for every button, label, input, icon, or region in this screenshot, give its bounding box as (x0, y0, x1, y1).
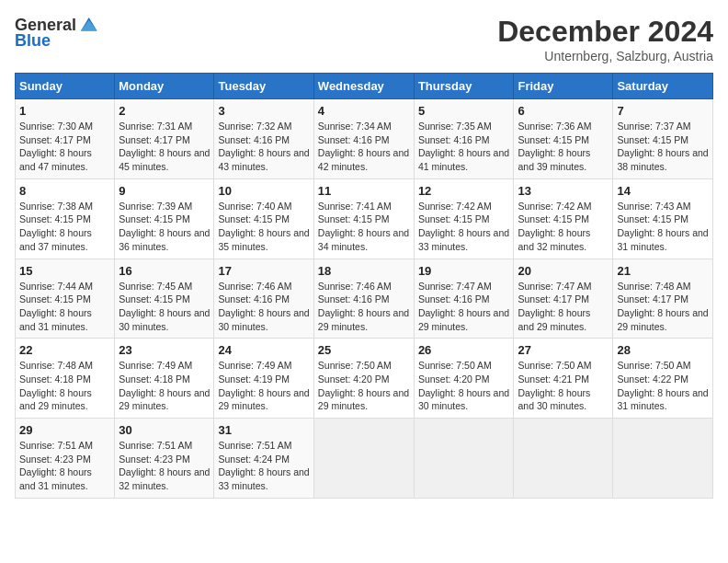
calendar-cell: 6Sunrise: 7:36 AMSunset: 4:15 PMDaylight… (514, 99, 613, 179)
day-info: Sunrise: 7:46 AMSunset: 4:16 PMDaylight:… (318, 280, 410, 334)
calendar-day-header: Sunday (16, 74, 115, 99)
calendar-week-row: 15Sunrise: 7:44 AMSunset: 4:15 PMDayligh… (16, 259, 713, 339)
day-info: Sunrise: 7:43 AMSunset: 4:15 PMDaylight:… (617, 200, 709, 254)
day-info: Sunrise: 7:30 AMSunset: 4:17 PMDaylight:… (19, 120, 110, 174)
calendar-cell: 3Sunrise: 7:32 AMSunset: 4:16 PMDaylight… (214, 99, 313, 179)
calendar-cell: 21Sunrise: 7:48 AMSunset: 4:17 PMDayligh… (613, 259, 713, 339)
calendar-cell: 24Sunrise: 7:49 AMSunset: 4:19 PMDayligh… (214, 339, 313, 419)
day-info: Sunrise: 7:50 AMSunset: 4:21 PMDaylight:… (518, 359, 609, 413)
day-info: Sunrise: 7:40 AMSunset: 4:15 PMDaylight:… (218, 200, 309, 254)
day-number: 19 (418, 264, 510, 278)
calendar-cell: 8Sunrise: 7:38 AMSunset: 4:15 PMDaylight… (16, 178, 115, 259)
day-info: Sunrise: 7:49 AMSunset: 4:19 PMDaylight:… (218, 359, 309, 413)
day-info: Sunrise: 7:42 AMSunset: 4:15 PMDaylight:… (418, 200, 510, 254)
calendar-cell: 10Sunrise: 7:40 AMSunset: 4:15 PMDayligh… (214, 178, 313, 259)
day-number: 13 (518, 184, 609, 198)
day-number: 23 (119, 343, 210, 357)
day-number: 5 (418, 104, 510, 118)
calendar-cell (313, 419, 414, 499)
calendar-cell: 9Sunrise: 7:39 AMSunset: 4:15 PMDaylight… (115, 178, 214, 259)
calendar-cell (613, 419, 713, 499)
day-info: Sunrise: 7:48 AMSunset: 4:17 PMDaylight:… (617, 280, 709, 334)
day-number: 22 (19, 343, 110, 357)
day-info: Sunrise: 7:51 AMSunset: 4:23 PMDaylight:… (19, 439, 110, 493)
day-info: Sunrise: 7:38 AMSunset: 4:15 PMDaylight:… (19, 200, 110, 254)
calendar-cell: 7Sunrise: 7:37 AMSunset: 4:15 PMDaylight… (613, 99, 713, 179)
page-header: General Blue December 2024 Unternberg, S… (15, 15, 713, 63)
calendar-cell: 26Sunrise: 7:50 AMSunset: 4:20 PMDayligh… (414, 339, 514, 419)
day-info: Sunrise: 7:31 AMSunset: 4:17 PMDaylight:… (119, 120, 210, 174)
calendar-cell: 16Sunrise: 7:45 AMSunset: 4:15 PMDayligh… (115, 259, 214, 339)
day-number: 26 (418, 343, 510, 357)
calendar-cell: 12Sunrise: 7:42 AMSunset: 4:15 PMDayligh… (414, 178, 514, 259)
day-number: 24 (218, 343, 309, 357)
calendar-day-header: Friday (514, 74, 613, 99)
calendar-cell: 31Sunrise: 7:51 AMSunset: 4:24 PMDayligh… (214, 419, 313, 499)
day-number: 20 (518, 264, 609, 278)
calendar-cell: 13Sunrise: 7:42 AMSunset: 4:15 PMDayligh… (514, 178, 613, 259)
logo-icon (78, 15, 98, 35)
calendar-cell: 4Sunrise: 7:34 AMSunset: 4:16 PMDaylight… (313, 99, 414, 179)
day-info: Sunrise: 7:47 AMSunset: 4:16 PMDaylight:… (418, 280, 510, 334)
day-info: Sunrise: 7:36 AMSunset: 4:15 PMDaylight:… (518, 120, 609, 174)
day-info: Sunrise: 7:46 AMSunset: 4:16 PMDaylight:… (218, 280, 309, 334)
calendar-cell (414, 419, 514, 499)
calendar-cell: 27Sunrise: 7:50 AMSunset: 4:21 PMDayligh… (514, 339, 613, 419)
calendar-cell: 19Sunrise: 7:47 AMSunset: 4:16 PMDayligh… (414, 259, 514, 339)
day-number: 18 (318, 264, 410, 278)
month-title: December 2024 (497, 15, 713, 49)
calendar-cell: 18Sunrise: 7:46 AMSunset: 4:16 PMDayligh… (313, 259, 414, 339)
calendar-cell (514, 419, 613, 499)
logo: General Blue (15, 15, 98, 51)
day-number: 27 (518, 343, 609, 357)
day-info: Sunrise: 7:51 AMSunset: 4:23 PMDaylight:… (119, 439, 210, 493)
calendar-cell: 28Sunrise: 7:50 AMSunset: 4:22 PMDayligh… (613, 339, 713, 419)
day-number: 1 (19, 104, 110, 118)
day-info: Sunrise: 7:49 AMSunset: 4:18 PMDaylight:… (119, 359, 210, 413)
calendar-cell: 11Sunrise: 7:41 AMSunset: 4:15 PMDayligh… (313, 178, 414, 259)
day-info: Sunrise: 7:32 AMSunset: 4:16 PMDaylight:… (218, 120, 309, 174)
calendar-day-header: Monday (115, 74, 214, 99)
day-number: 14 (617, 184, 709, 198)
day-info: Sunrise: 7:50 AMSunset: 4:20 PMDaylight:… (418, 359, 510, 413)
calendar-day-header: Saturday (613, 74, 713, 99)
calendar-header-row: SundayMondayTuesdayWednesdayThursdayFrid… (16, 74, 713, 99)
day-info: Sunrise: 7:50 AMSunset: 4:22 PMDaylight:… (617, 359, 709, 413)
day-number: 3 (218, 104, 309, 118)
calendar-week-row: 29Sunrise: 7:51 AMSunset: 4:23 PMDayligh… (16, 419, 713, 499)
day-number: 8 (19, 184, 110, 198)
day-info: Sunrise: 7:50 AMSunset: 4:20 PMDaylight:… (318, 359, 410, 413)
svg-marker-1 (81, 20, 97, 31)
calendar-day-header: Tuesday (214, 74, 313, 99)
day-info: Sunrise: 7:47 AMSunset: 4:17 PMDaylight:… (518, 280, 609, 334)
day-info: Sunrise: 7:42 AMSunset: 4:15 PMDaylight:… (518, 200, 609, 254)
calendar-cell: 25Sunrise: 7:50 AMSunset: 4:20 PMDayligh… (313, 339, 414, 419)
calendar-cell: 22Sunrise: 7:48 AMSunset: 4:18 PMDayligh… (16, 339, 115, 419)
day-info: Sunrise: 7:37 AMSunset: 4:15 PMDaylight:… (617, 120, 709, 174)
day-number: 2 (119, 104, 210, 118)
day-number: 10 (218, 184, 309, 198)
calendar-cell: 5Sunrise: 7:35 AMSunset: 4:16 PMDaylight… (414, 99, 514, 179)
calendar-cell: 14Sunrise: 7:43 AMSunset: 4:15 PMDayligh… (613, 178, 713, 259)
day-info: Sunrise: 7:44 AMSunset: 4:15 PMDaylight:… (19, 280, 110, 334)
day-number: 21 (617, 264, 709, 278)
day-info: Sunrise: 7:39 AMSunset: 4:15 PMDaylight:… (119, 200, 210, 254)
calendar-table: SundayMondayTuesdayWednesdayThursdayFrid… (15, 73, 713, 499)
calendar-day-header: Thursday (414, 74, 514, 99)
calendar-cell: 23Sunrise: 7:49 AMSunset: 4:18 PMDayligh… (115, 339, 214, 419)
day-number: 30 (119, 423, 210, 437)
day-number: 9 (119, 184, 210, 198)
calendar-cell: 15Sunrise: 7:44 AMSunset: 4:15 PMDayligh… (16, 259, 115, 339)
day-number: 17 (218, 264, 309, 278)
calendar-week-row: 22Sunrise: 7:48 AMSunset: 4:18 PMDayligh… (16, 339, 713, 419)
day-info: Sunrise: 7:48 AMSunset: 4:18 PMDaylight:… (19, 359, 110, 413)
day-number: 25 (318, 343, 410, 357)
day-number: 4 (318, 104, 410, 118)
day-number: 29 (19, 423, 110, 437)
day-number: 28 (617, 343, 709, 357)
title-area: December 2024 Unternberg, Salzburg, Aust… (497, 15, 713, 63)
day-number: 6 (518, 104, 609, 118)
day-number: 31 (218, 423, 309, 437)
calendar-cell: 17Sunrise: 7:46 AMSunset: 4:16 PMDayligh… (214, 259, 313, 339)
day-info: Sunrise: 7:41 AMSunset: 4:15 PMDaylight:… (318, 200, 410, 254)
